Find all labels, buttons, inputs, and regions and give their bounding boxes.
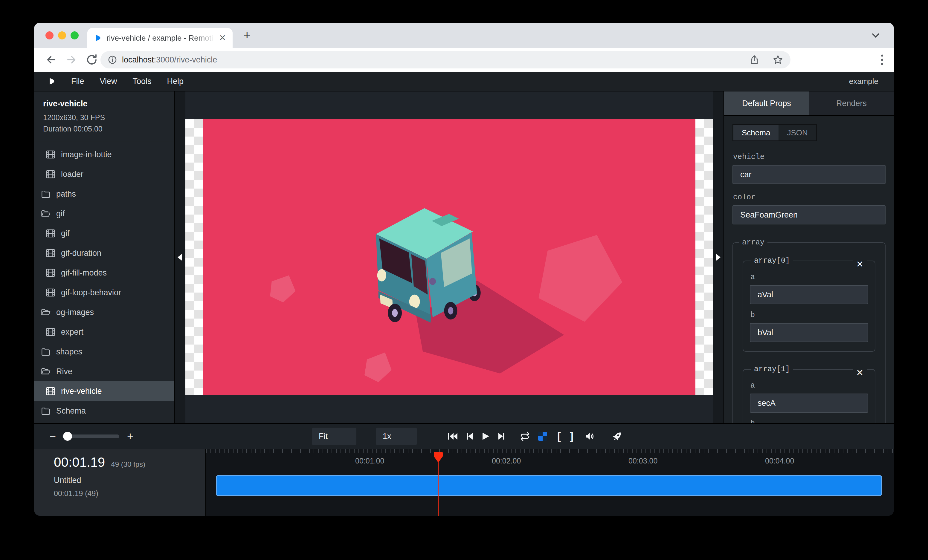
film-icon bbox=[46, 169, 56, 179]
browser-menu-icon[interactable] bbox=[881, 55, 883, 65]
skip-to-start-button[interactable] bbox=[447, 432, 458, 441]
sidebar-item-gif-fill-modes[interactable]: gif-fill-modes bbox=[34, 263, 174, 283]
tab-search-chevron-icon[interactable] bbox=[871, 30, 881, 40]
remove-array-item-0-button[interactable]: ✕ bbox=[853, 259, 867, 269]
set-in-point-button[interactable]: [ bbox=[557, 430, 561, 443]
ruler-label: 00:03.00 bbox=[629, 457, 658, 465]
timeline-track-bar[interactable] bbox=[216, 475, 882, 496]
forward-button[interactable] bbox=[65, 53, 78, 66]
menu-tools[interactable]: Tools bbox=[133, 77, 151, 86]
array-fieldset: array array[0] ✕ a b array[1] ✕ a bbox=[733, 238, 885, 423]
sidebar-item-expert[interactable]: expert bbox=[34, 322, 174, 342]
tab-default-props[interactable]: Default Props bbox=[724, 91, 809, 115]
ruler-label: 00:01.00 bbox=[355, 457, 384, 465]
sidebar-folder-og-images[interactable]: og-images bbox=[34, 303, 174, 322]
composition-info: rive-vehicle 1200x630, 30 FPS Duration 0… bbox=[34, 91, 174, 142]
track-name[interactable]: Untitled bbox=[54, 476, 205, 485]
ruler-label: 00:04.00 bbox=[765, 457, 794, 465]
vehicle-input[interactable] bbox=[733, 165, 885, 184]
playback-speed-dropdown[interactable]: 1x bbox=[376, 428, 417, 445]
next-frame-button[interactable] bbox=[498, 432, 505, 441]
folder-open-icon bbox=[41, 307, 51, 317]
color-input[interactable] bbox=[733, 205, 885, 224]
timeline-track-area[interactable]: 00:01.00 00:02.00 00:03.00 00:04.00 bbox=[206, 449, 894, 516]
props-collapse-handle[interactable] bbox=[713, 91, 723, 423]
maximize-window-button[interactable] bbox=[70, 31, 79, 40]
collapse-right-icon bbox=[716, 254, 720, 260]
sidebar-folder-gif[interactable]: gif bbox=[34, 204, 174, 224]
share-icon[interactable] bbox=[749, 55, 759, 65]
volume-button[interactable] bbox=[584, 431, 595, 441]
composition-stage[interactable] bbox=[203, 119, 695, 395]
browser-tab[interactable]: rive-vehicle / example - Remoti ✕ bbox=[87, 28, 233, 48]
sidebar-folder-schema[interactable]: Schema bbox=[34, 401, 174, 421]
zoom-slider-knob[interactable] bbox=[63, 432, 72, 441]
field-label-a: a bbox=[750, 381, 868, 390]
timeline-ruler[interactable] bbox=[206, 449, 894, 453]
close-window-button[interactable] bbox=[46, 31, 53, 40]
render-rocket-button[interactable] bbox=[612, 431, 623, 442]
array-item-1: array[1] ✕ a b bbox=[743, 365, 875, 423]
film-icon bbox=[46, 327, 56, 337]
menu-help[interactable]: Help bbox=[167, 77, 184, 86]
sidebar-folder-rive[interactable]: Rive bbox=[34, 362, 174, 381]
zoom-controls: − + bbox=[50, 424, 133, 449]
site-info-icon[interactable] bbox=[108, 55, 117, 65]
sidebar-item-rive-vehicle[interactable]: rive-vehicle bbox=[34, 381, 174, 401]
sidebar-item-gif-duration[interactable]: gif-duration bbox=[34, 243, 174, 263]
film-icon bbox=[46, 248, 56, 258]
array-0-b-input[interactable] bbox=[750, 323, 868, 342]
props-panel-body: Schema JSON vehicle color array array[0]… bbox=[724, 116, 894, 423]
film-icon bbox=[46, 288, 56, 298]
playback-controls: [ ] bbox=[440, 430, 623, 443]
browser-url-row: localhost:3000/rive-vehicle bbox=[34, 48, 894, 72]
traffic-lights bbox=[46, 23, 79, 48]
url-path: :3000/rive-vehicle bbox=[154, 55, 217, 65]
zoom-slider[interactable] bbox=[63, 435, 119, 438]
back-button[interactable] bbox=[45, 53, 57, 66]
menu-view[interactable]: View bbox=[100, 77, 117, 86]
remove-array-item-1-button[interactable]: ✕ bbox=[853, 368, 867, 378]
transparency-checkerboard-button[interactable] bbox=[538, 432, 547, 441]
fit-dropdown[interactable]: Fit bbox=[312, 428, 356, 445]
previous-frame-button[interactable] bbox=[466, 432, 473, 441]
transparency-checker-right bbox=[695, 119, 713, 395]
sidebar-folder-paths[interactable]: paths bbox=[34, 184, 174, 204]
sidebar-collapse-handle[interactable] bbox=[175, 91, 185, 423]
address-bar[interactable]: localhost:3000/rive-vehicle bbox=[101, 51, 791, 68]
preview-canvas bbox=[185, 91, 713, 423]
ruler-label: 00:02.00 bbox=[492, 457, 521, 465]
set-out-point-button[interactable]: ] bbox=[570, 430, 574, 443]
bookmark-star-icon[interactable] bbox=[772, 55, 783, 65]
film-icon bbox=[46, 268, 56, 278]
browser-tabstrip: rive-vehicle / example - Remoti ✕ + bbox=[34, 23, 894, 48]
tab-renders[interactable]: Renders bbox=[809, 91, 894, 115]
remotion-logo-icon bbox=[47, 77, 56, 85]
playhead-marker[interactable] bbox=[434, 452, 443, 463]
close-tab-icon[interactable]: ✕ bbox=[218, 34, 227, 42]
props-panel: Default Props Renders Schema JSON vehicl… bbox=[723, 91, 894, 423]
toggle-json-button[interactable]: JSON bbox=[778, 125, 816, 140]
toggle-schema-button[interactable]: Schema bbox=[733, 125, 778, 140]
field-label-vehicle: vehicle bbox=[733, 153, 885, 161]
sidebar-item-gif[interactable]: gif bbox=[34, 224, 174, 243]
sidebar-folder-shapes[interactable]: shapes bbox=[34, 342, 174, 362]
sidebar-item-gif-loop-behavior[interactable]: gif-loop-behavior bbox=[34, 283, 174, 303]
film-icon bbox=[46, 228, 56, 239]
play-button[interactable] bbox=[481, 432, 490, 441]
refresh-button[interactable] bbox=[85, 53, 98, 66]
array-0-a-input[interactable] bbox=[750, 285, 868, 304]
sidebar-item-image-in-lottie[interactable]: image-in-lottie bbox=[34, 145, 174, 164]
project-name-label: example bbox=[849, 77, 878, 86]
browser-window: rive-vehicle / example - Remoti ✕ + loca… bbox=[34, 23, 894, 516]
url-host: localhost bbox=[122, 55, 154, 65]
app-menubar: File View Tools Help example bbox=[34, 72, 894, 91]
composition-frame bbox=[185, 119, 713, 395]
minimize-window-button[interactable] bbox=[58, 31, 66, 40]
loop-button[interactable] bbox=[520, 431, 530, 441]
array-1-a-input[interactable] bbox=[750, 394, 868, 413]
array-legend: array bbox=[739, 238, 768, 247]
menu-file[interactable]: File bbox=[71, 77, 84, 86]
composition-duration: Duration 00:05.00 bbox=[43, 123, 165, 135]
sidebar-item-loader[interactable]: loader bbox=[34, 164, 174, 184]
